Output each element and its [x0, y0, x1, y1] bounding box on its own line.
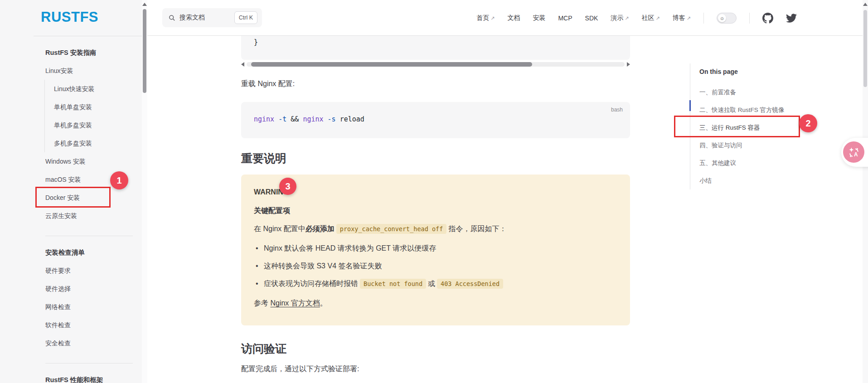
theme-toggle[interactable]: ☼: [717, 13, 737, 24]
annotation-badge-3: 3: [279, 178, 296, 195]
sidebar-item-multi-node-multi-disk[interactable]: 多机多盘安装: [54, 134, 137, 152]
sidebar-item-hardware-selection[interactable]: 硬件选择: [45, 280, 137, 298]
translate-icon: A: [847, 145, 861, 159]
sidebar-scrollbar[interactable]: [142, 0, 147, 383]
inline-code: proxy_cache_convert_head off: [336, 224, 447, 234]
nav-home[interactable]: 首页↗: [476, 14, 495, 22]
sidebar-item-single-node-multi-disk[interactable]: 单机多盘安装: [54, 116, 137, 134]
annotation-badge-2: 2: [799, 114, 817, 132]
toc-item-5[interactable]: 五、其他建议: [699, 154, 821, 172]
sidebar-linux-subgroup: Linux快速安装 单机单盘安装 单机多盘安装 多机多盘安装: [44, 80, 137, 152]
sidebar-nav: RustFS 安装指南 Linux安装 Linux快速安装 单机单盘安装 单机多…: [45, 36, 137, 383]
sidebar-section-checklist: 安装检查清单: [45, 243, 137, 262]
external-link-icon: ↗: [656, 15, 660, 21]
scroll-left-icon[interactable]: [241, 62, 244, 67]
scrollbar-track[interactable]: [247, 62, 625, 67]
sidebar-item-linux-quick[interactable]: Linux快速安装: [54, 80, 137, 98]
warning-bullet: 这种转换会导致 S3 V4 签名验证失败: [254, 260, 617, 272]
floating-tab: A: [841, 138, 868, 167]
twitter-icon[interactable]: [786, 13, 797, 24]
sidebar-item-network-check[interactable]: 网络检查: [45, 298, 137, 316]
sun-icon: ☼: [718, 14, 726, 22]
section-title-access-verify: 访问验证: [241, 341, 286, 356]
sidebar-item-software-check[interactable]: 软件检查: [45, 316, 137, 334]
sidebar-item-windows[interactable]: Windows 安装: [45, 152, 137, 170]
warning-subtitle: 关键配置项: [254, 205, 617, 217]
toc-item-6[interactable]: 小结: [699, 172, 821, 189]
sidebar-divider: [45, 236, 133, 236]
nginx-docs-link[interactable]: Nginx 官方文档: [270, 299, 320, 307]
sidebar-item-hardware-requirements[interactable]: 硬件要求: [45, 262, 137, 280]
external-link-icon: ↗: [625, 15, 629, 21]
warning-label: WARNING: [254, 186, 617, 198]
code-horizontal-scrollbar[interactable]: [241, 61, 630, 68]
code-text: }: [254, 38, 258, 46]
doc-content: } 重载 Nginx 配置: bash nginx -t && nginx -s…: [241, 36, 630, 383]
github-icon[interactable]: [762, 13, 773, 24]
sidebar-section-performance: RustFS 性能和框架: [45, 371, 137, 383]
nav-community[interactable]: 社区↗: [642, 14, 660, 22]
warning-callout: WARNING 关键配置项 在 Nginx 配置中必须添加proxy_cache…: [241, 175, 630, 325]
code-block-partial: }: [241, 36, 630, 60]
svg-text:A: A: [854, 151, 858, 157]
scrollbar-thumb[interactable]: [251, 62, 532, 67]
nav-sdk[interactable]: SDK: [585, 15, 598, 22]
nav-divider: [703, 13, 704, 24]
reload-paragraph: 重载 Nginx 配置:: [241, 78, 295, 90]
warning-bullet: 症状表现为访问存储桶时报错Bucket not found或403 Access…: [254, 278, 617, 290]
toc-item-4[interactable]: 四、验证与访问: [699, 136, 821, 154]
section-title-important-notes: 重要说明: [241, 151, 286, 166]
external-link-icon: ↗: [490, 15, 495, 21]
toc-title: On this page: [699, 68, 821, 77]
external-link-icon: ↗: [687, 15, 691, 21]
sidebar-divider: [45, 363, 133, 364]
nav-docs[interactable]: 文档: [507, 14, 520, 22]
toc-item-1[interactable]: 一、前置准备: [699, 83, 821, 101]
nav-blog[interactable]: 博客↗: [673, 14, 691, 22]
annotation-rect-docker: [35, 187, 111, 208]
code-block-bash: bash nginx -t && nginx -s reload: [241, 102, 630, 138]
nav-install[interactable]: 安装: [533, 14, 545, 22]
warning-paragraph: 在 Nginx 配置中必须添加proxy_cache_convert_head …: [254, 223, 617, 235]
verify-paragraph: 配置完成后，通过以下方式验证部署:: [241, 363, 359, 375]
translate-button[interactable]: A: [843, 141, 864, 163]
warning-bullet: Nginx 默认会将 HEAD 请求转换为 GET 请求以便缓存: [254, 242, 617, 254]
code-lang-label: bash: [611, 107, 623, 113]
annotation-rect-toc: [674, 116, 800, 137]
scroll-up-icon[interactable]: [142, 3, 147, 6]
toc-active-indicator: [689, 100, 691, 111]
page-scrollbar[interactable]: [863, 0, 868, 383]
search-input[interactable]: 搜索文档 Ctrl K: [162, 8, 262, 27]
sidebar-item-linux[interactable]: Linux安装: [45, 62, 137, 80]
sidebar-item-single-node-single-disk[interactable]: 单机单盘安装: [54, 98, 137, 116]
sidebar-section-install-guide: RustFS 安装指南: [45, 44, 137, 62]
code-text: nginx -t && nginx -s reload: [254, 115, 364, 123]
nav-demo[interactable]: 演示↗: [611, 14, 629, 22]
nav-mcp[interactable]: MCP: [558, 15, 572, 22]
scroll-up-icon[interactable]: [863, 3, 868, 6]
top-navbar: 搜索文档 Ctrl K 首页↗ 文档 安装 MCP SDK 演示↗ 社区↗ 博客…: [147, 0, 863, 36]
inline-code: Bucket not found: [360, 279, 426, 289]
search-placeholder: 搜索文档: [179, 14, 230, 22]
scroll-right-icon[interactable]: [627, 62, 630, 67]
page-scrollbar-thumb[interactable]: [863, 10, 867, 87]
sidebar-item-cloud-native[interactable]: 云原生安装: [45, 207, 137, 225]
nav-divider: [749, 13, 750, 24]
sidebar-scrollbar-thumb[interactable]: [143, 9, 146, 93]
top-nav-links: 首页↗ 文档 安装 MCP SDK 演示↗ 社区↗ 博客↗ ☼: [476, 0, 797, 36]
sidebar-item-security-check[interactable]: 安全检查: [45, 334, 137, 352]
warning-bullet-list: Nginx 默认会将 HEAD 请求转换为 GET 请求以便缓存 这种转换会导致…: [254, 242, 617, 290]
rustfs-logo[interactable]: RUSTFS: [41, 9, 98, 25]
annotation-badge-1: 1: [110, 171, 128, 189]
warning-reference: 参考 Nginx 官方文档。: [254, 297, 617, 309]
search-shortcut-badge: Ctrl K: [234, 11, 257, 24]
inline-code: 403 AccessDenied: [437, 279, 503, 289]
search-icon: [169, 15, 175, 21]
